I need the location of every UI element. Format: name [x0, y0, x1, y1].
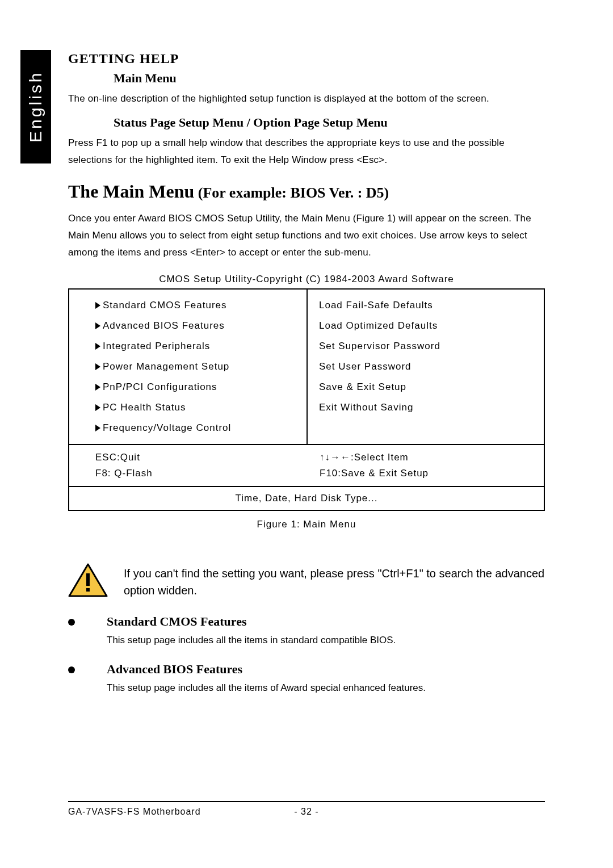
bios-item-save-exit[interactable]: Save & Exit Setup: [319, 377, 544, 397]
bios-item-load-optimized[interactable]: Load Optimized Defaults: [319, 316, 544, 336]
bios-item-pc-health[interactable]: PC Health Status: [95, 397, 306, 418]
warning-block: If you can't find the setting you want, …: [68, 563, 545, 601]
footer-product: GA-7VASFS-FS Motherboard: [68, 807, 272, 817]
main-menu-title-example: (For example: BIOS Ver. : D5): [194, 184, 389, 201]
bullet-icon: [68, 666, 75, 673]
bios-bottom-hint: Time, Date, Hard Disk Type...: [69, 487, 544, 510]
triangle-icon: [95, 404, 100, 411]
content-area: GETTING HELP Main Menu The on-line descr…: [68, 51, 545, 696]
triangle-icon: [95, 384, 100, 391]
bios-item-label: PC Health Status: [103, 402, 186, 413]
bios-item-exit-nosave[interactable]: Exit Without Saving: [319, 397, 544, 418]
bios-item-power-management[interactable]: Power Management Setup: [95, 357, 306, 377]
bios-right-column: Load Fail-Safe Defaults Load Optimized D…: [306, 290, 544, 444]
bios-item-label: Save & Exit Setup: [319, 381, 406, 393]
bios-left-column: Standard CMOS Features Advanced BIOS Fea…: [69, 290, 306, 444]
bios-item-integrated-peripherals[interactable]: Integrated Peripherals: [95, 336, 306, 357]
bios-item-label: Frequency/Voltage Control: [103, 422, 231, 434]
bios-key-f10: F10:Save & Exit Setup: [320, 466, 544, 481]
bullet-desc: This setup page includes all the items o…: [107, 680, 545, 696]
bios-item-label: Exit Without Saving: [319, 402, 413, 413]
triangle-icon: [95, 322, 100, 329]
bios-item-label: Standard CMOS Features: [103, 300, 227, 311]
bios-key-col-right: ↑↓→←:Select Item F10:Save & Exit Setup: [320, 450, 544, 481]
bios-caption-top: CMOS Setup Utility-Copyright (C) 1984-20…: [68, 274, 545, 285]
bullet-title: Advanced BIOS Features: [107, 662, 545, 677]
bios-item-standard-cmos[interactable]: Standard CMOS Features: [95, 295, 306, 316]
footer-page-number: - 32 -: [272, 807, 341, 817]
bios-item-pnp-pci[interactable]: PnP/PCI Configurations: [95, 377, 306, 397]
status-page-subheading: Status Page Setup Menu / Option Page Set…: [114, 115, 545, 130]
triangle-icon: [95, 425, 100, 431]
main-menu-title-main: The Main Menu: [68, 181, 194, 202]
bios-key-hints: ESC:Quit F8: Q-Flash ↑↓→←:Select Item F1…: [69, 445, 544, 487]
figure-caption: Figure 1: Main Menu: [68, 519, 545, 530]
main-menu-title: The Main Menu (For example: BIOS Ver. : …: [68, 181, 545, 202]
bios-item-label: Advanced BIOS Features: [103, 320, 225, 332]
bios-item-label: Load Fail-Safe Defaults: [319, 300, 433, 311]
bullet-body: Advanced BIOS Features This setup page i…: [107, 662, 545, 696]
bios-item-label: Power Management Setup: [103, 361, 229, 372]
bios-key-esc: ESC:Quit: [95, 450, 320, 466]
bios-key-f8: F8: Q-Flash: [95, 466, 320, 481]
svg-rect-1: [86, 573, 90, 586]
main-menu-subheading: Main Menu: [114, 71, 545, 86]
bullet-standard-cmos: Standard CMOS Features This setup page i…: [68, 614, 545, 648]
bios-item-user-password[interactable]: Set User Password: [319, 357, 544, 377]
bios-menu-columns: Standard CMOS Features Advanced BIOS Fea…: [69, 290, 544, 445]
bios-item-label: Integrated Peripherals: [103, 341, 210, 352]
svg-rect-2: [86, 588, 90, 592]
bullet-title: Standard CMOS Features: [107, 614, 545, 629]
warning-icon: [68, 563, 108, 601]
language-tab: English: [20, 50, 51, 163]
bios-item-freq-voltage[interactable]: Frequency/Voltage Control: [95, 418, 306, 438]
triangle-icon: [95, 343, 100, 350]
warning-text: If you can't find the setting you want, …: [124, 565, 545, 599]
bios-item-label: Set Supervisor Password: [319, 341, 440, 352]
bios-item-label: PnP/PCI Configurations: [103, 381, 217, 393]
triangle-icon: [95, 363, 100, 370]
bios-item-label: Set User Password: [319, 361, 412, 372]
page: English GETTING HELP Main Menu The on-li…: [0, 0, 613, 868]
status-page-help-text: Press F1 to pop up a small help window t…: [68, 135, 545, 169]
bios-item-label: Load Optimized Defaults: [319, 320, 438, 332]
getting-help-heading: GETTING HELP: [68, 51, 545, 66]
page-footer: GA-7VASFS-FS Motherboard - 32 -: [68, 801, 545, 817]
bios-key-col-left: ESC:Quit F8: Q-Flash: [95, 450, 320, 481]
bios-item-load-failsafe[interactable]: Load Fail-Safe Defaults: [319, 295, 544, 316]
main-menu-help-text: The on-line description of the highlight…: [68, 90, 545, 107]
bios-menu-box: Standard CMOS Features Advanced BIOS Fea…: [68, 288, 545, 511]
bios-key-arrows: ↑↓→←:Select Item: [320, 450, 544, 466]
triangle-icon: [95, 302, 100, 309]
bios-item-advanced-bios[interactable]: Advanced BIOS Features: [95, 316, 306, 336]
footer-spacer: [341, 807, 545, 817]
bullet-advanced-bios: Advanced BIOS Features This setup page i…: [68, 662, 545, 696]
bullet-desc: This setup page includes all the items i…: [107, 632, 545, 648]
main-menu-intro: Once you enter Award BIOS CMOS Setup Uti…: [68, 210, 545, 261]
bullet-icon: [68, 619, 75, 626]
bios-item-supervisor-password[interactable]: Set Supervisor Password: [319, 336, 544, 357]
bullet-body: Standard CMOS Features This setup page i…: [107, 614, 545, 648]
